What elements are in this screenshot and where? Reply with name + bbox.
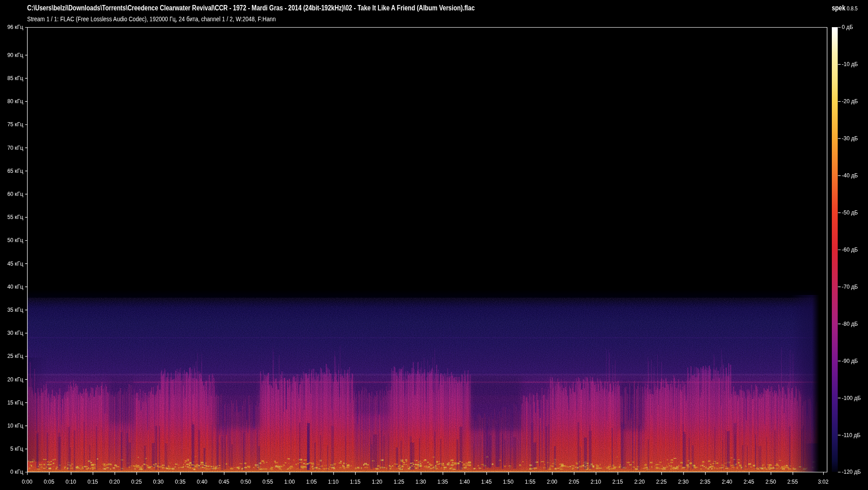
svg-text:35 кГц: 35 кГц [7,307,23,313]
svg-text:3:02: 3:02 [818,479,829,485]
svg-text:0:30: 0:30 [153,479,164,485]
svg-text:70 кГц: 70 кГц [7,145,23,151]
svg-text:45 кГц: 45 кГц [7,261,23,267]
svg-text:0:00: 0:00 [22,479,33,485]
svg-text:1:15: 1:15 [350,479,361,485]
svg-text:0:40: 0:40 [197,479,208,485]
svg-text:85 кГц: 85 кГц [7,75,23,81]
svg-text:1:40: 1:40 [459,479,470,485]
svg-text:1:35: 1:35 [438,479,448,485]
svg-text:-80 дБ: -80 дБ [842,321,858,327]
svg-text:2:20: 2:20 [634,479,645,485]
svg-text:1:30: 1:30 [415,479,426,485]
svg-text:1:25: 1:25 [394,479,405,485]
svg-text:2:05: 2:05 [569,479,580,485]
svg-text:60 кГц: 60 кГц [7,191,23,197]
svg-text:30 кГц: 30 кГц [7,330,23,336]
svg-text:0:10: 0:10 [66,479,76,485]
svg-text:0.8.5: 0.8.5 [847,5,858,12]
svg-text:-10 дБ: -10 дБ [842,61,858,67]
svg-text:0:05: 0:05 [44,479,55,485]
svg-text:0:15: 0:15 [87,479,98,485]
svg-text:-70 дБ: -70 дБ [842,284,858,290]
svg-text:15 кГц: 15 кГц [7,400,23,406]
svg-text:-50 дБ: -50 дБ [842,209,858,216]
svg-text:55 кГц: 55 кГц [7,214,23,220]
svg-text:-120 дБ: -120 дБ [842,469,861,475]
svg-text:-100 дБ: -100 дБ [842,395,861,401]
svg-text:2:00: 2:00 [547,479,557,485]
svg-text:0:35: 0:35 [175,479,186,485]
svg-text:Stream 1 / 1: FLAC (Free Lossl: Stream 1 / 1: FLAC (Free Lossless Audio … [27,15,276,23]
svg-text:-110 дБ: -110 дБ [842,432,860,438]
svg-text:2:30: 2:30 [678,479,689,485]
svg-text:spek: spek [832,4,845,12]
svg-text:2:15: 2:15 [613,479,623,485]
svg-text:75 кГц: 75 кГц [7,121,23,128]
svg-text:1:00: 1:00 [284,479,295,485]
svg-text:1:50: 1:50 [503,479,514,485]
svg-text:0 кГц: 0 кГц [10,469,24,475]
svg-text:96 кГц: 96 кГц [7,24,23,30]
svg-text:10 кГц: 10 кГц [7,423,23,429]
svg-text:80 кГц: 80 кГц [7,98,23,105]
svg-text:2:45: 2:45 [744,479,755,485]
svg-text:2:55: 2:55 [788,479,798,485]
svg-text:1:45: 1:45 [481,479,492,485]
svg-text:2:25: 2:25 [656,479,667,485]
svg-text:0:55: 0:55 [263,479,274,485]
svg-text:0:25: 0:25 [131,479,142,485]
svg-text:1:20: 1:20 [372,479,382,485]
svg-text:25 кГц: 25 кГц [7,353,23,359]
svg-text:1:10: 1:10 [328,479,339,485]
svg-text:1:55: 1:55 [525,479,536,485]
svg-text:2:10: 2:10 [590,479,601,485]
svg-text:5 кГц: 5 кГц [10,446,24,452]
svg-text:50 кГц: 50 кГц [7,237,23,243]
svg-text:1:05: 1:05 [306,479,317,485]
svg-text:20 кГц: 20 кГц [7,376,23,383]
svg-text:-20 дБ: -20 дБ [842,98,858,105]
svg-text:2:35: 2:35 [700,479,711,485]
svg-text:40 кГц: 40 кГц [7,284,23,290]
svg-text:-60 дБ: -60 дБ [842,247,858,253]
svg-text:2:40: 2:40 [722,479,732,485]
svg-text:90 кГц: 90 кГц [7,52,23,58]
svg-text:0:45: 0:45 [219,479,230,485]
svg-text:2:50: 2:50 [765,479,776,485]
svg-text:0:50: 0:50 [241,479,251,485]
svg-text:0 дБ: 0 дБ [842,24,853,30]
svg-text:C:\Users\belzi\Downloads\Torre: C:\Users\belzi\Downloads\Torrents\Creede… [27,4,475,12]
svg-text:-90 дБ: -90 дБ [842,358,858,364]
svg-text:65 кГц: 65 кГц [7,168,23,174]
svg-text:-40 дБ: -40 дБ [842,172,858,179]
svg-text:0:20: 0:20 [109,479,120,485]
svg-text:-30 дБ: -30 дБ [842,135,858,142]
